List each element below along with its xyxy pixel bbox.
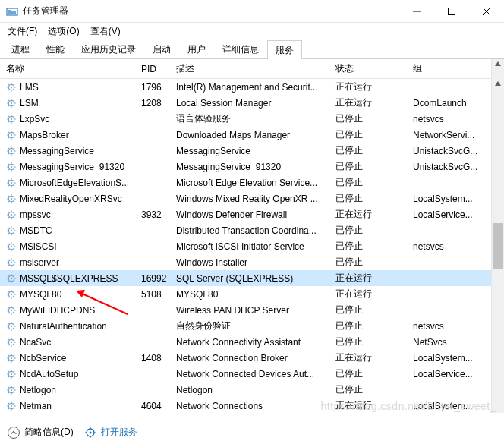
svg-point-189 <box>11 373 12 374</box>
svg-point-89 <box>11 213 12 215</box>
cell-status: 正在运行 <box>335 399 413 412</box>
svg-line-115 <box>14 248 14 249</box>
table-row[interactable]: LxpSvc语言体验服务已停止netsvcs <box>0 111 504 127</box>
cell-name: NcdAutoSetup <box>6 369 141 379</box>
cell-desc: Network Connected Devices Aut... <box>176 369 335 379</box>
table-row[interactable]: MicrosoftEdgeElevationS...Microsoft Edge… <box>0 175 504 190</box>
cell-desc: 语言体验服务 <box>176 112 335 125</box>
cell-status: 已停止 <box>335 335 413 348</box>
table-row[interactable]: NaturalAuthentication自然身份验证已停止netsvcs <box>0 318 504 334</box>
cell-pid: 1408 <box>141 353 176 364</box>
minimize-button[interactable] <box>399 0 434 23</box>
table-row[interactable]: NcaSvcNetwork Connectivity Assistant已停止N… <box>0 334 504 350</box>
svg-rect-3 <box>14 11 16 14</box>
table-row[interactable]: MSiSCSIMicrosoft iSCSI Initiator Service… <box>0 238 504 254</box>
svg-line-204 <box>8 386 9 387</box>
cell-name: msiserver <box>6 257 141 268</box>
cell-name: mpssvc <box>6 209 141 220</box>
cell-pid: 5108 <box>141 289 176 300</box>
table-row[interactable]: LSM1208Local Session Manager正在运行DcomLaun… <box>0 95 504 111</box>
brief-info-toggle[interactable]: 简略信息(D) <box>8 426 74 439</box>
table-row[interactable]: NcbService1408Network Connection Broker正… <box>0 350 504 366</box>
table-row[interactable]: mpssvc3932Windows Defender Firewall正在运行L… <box>0 206 504 222</box>
table-row[interactable]: MessagingServiceMessagingService已停止Unist… <box>0 143 504 159</box>
table-row[interactable]: MYSQL805108MYSQL80正在运行 <box>0 286 504 302</box>
svg-point-69 <box>11 181 12 183</box>
cell-status: 已停止 <box>335 383 413 396</box>
svg-line-24 <box>8 99 9 100</box>
tab-0[interactable]: 进程 <box>3 39 38 58</box>
svg-line-55 <box>14 153 14 153</box>
svg-point-139 <box>11 293 12 294</box>
cell-group: LocalSystem... <box>413 401 504 411</box>
svg-line-177 <box>8 344 9 345</box>
scrollbar-header-stub <box>491 59 504 79</box>
svg-line-217 <box>8 408 9 408</box>
svg-line-45 <box>14 137 14 137</box>
svg-line-74 <box>8 179 9 180</box>
svg-line-207 <box>8 392 9 392</box>
cell-status: 已停止 <box>335 240 413 253</box>
cell-status: 已停止 <box>335 224 413 237</box>
svg-line-136 <box>14 275 14 275</box>
svg-point-19 <box>11 102 12 103</box>
table-row[interactable]: MessagingService_91320MessagingService_9… <box>0 159 504 175</box>
svg-line-87 <box>8 200 9 201</box>
col-status[interactable]: 状态 <box>335 62 413 75</box>
table-row[interactable]: MyWiFiDHCPDNSWireless PAN DHCP Server已停止 <box>0 302 504 318</box>
svg-line-197 <box>8 376 9 376</box>
table-row[interactable]: Netman4604Network Connections正在运行LocalSy… <box>0 398 504 413</box>
svg-line-155 <box>14 312 14 313</box>
col-group[interactable]: 组 <box>413 62 504 75</box>
cell-status: 已停止 <box>335 256 413 269</box>
col-name[interactable]: 名称 <box>6 62 141 75</box>
svg-line-106 <box>14 227 14 228</box>
open-services-link[interactable]: 打开服务 <box>84 426 137 439</box>
tab-1[interactable]: 性能 <box>38 39 73 58</box>
svg-point-99 <box>11 229 12 231</box>
cell-name: MyWiFiDHCPDNS <box>6 305 141 316</box>
svg-line-67 <box>8 168 9 169</box>
cell-desc: Intel(R) Management and Securit... <box>176 82 335 93</box>
svg-line-156 <box>14 307 14 307</box>
cell-desc: Network Connection Broker <box>176 353 335 364</box>
table-row[interactable]: MixedRealityOpenXRSvcWindows Mixed Reali… <box>0 190 504 206</box>
cell-name: LSM <box>6 98 141 109</box>
cell-status: 正在运行 <box>335 96 413 109</box>
titlebar: 任务管理器 <box>0 0 504 23</box>
vertical-scrollbar[interactable] <box>491 79 504 413</box>
svg-line-95 <box>14 216 14 217</box>
svg-point-149 <box>11 309 12 310</box>
svg-line-56 <box>14 147 14 148</box>
table-row[interactable]: MapsBrokerDownloaded Maps Manager已停止Netw… <box>0 127 504 143</box>
services-list[interactable]: LMS1796Intel(R) Management and Securit..… <box>0 79 504 413</box>
svg-line-64 <box>8 163 9 164</box>
tab-2[interactable]: 应用历史记录 <box>73 39 144 58</box>
menu-file[interactable]: 文件(F) <box>3 24 42 39</box>
svg-line-17 <box>8 89 9 90</box>
col-desc[interactable]: 描述 <box>176 62 335 75</box>
cell-group: netsvcs <box>413 241 504 252</box>
table-row[interactable]: NetlogonNetlogon已停止 <box>0 382 504 398</box>
tab-6[interactable]: 服务 <box>267 40 302 59</box>
cell-name: MSSQL$SQLEXPRESS <box>6 273 141 284</box>
table-row[interactable]: msiserverWindows Installer已停止 <box>0 254 504 270</box>
tab-3[interactable]: 启动 <box>144 39 179 58</box>
menu-view[interactable]: 查看(V) <box>86 24 125 39</box>
table-row[interactable]: MSSQL$SQLEXPRESS16992SQL Server (SQLEXPR… <box>0 270 504 286</box>
close-button[interactable] <box>469 0 504 23</box>
scrollbar-thumb[interactable] <box>493 223 503 269</box>
tab-4[interactable]: 用户 <box>179 39 214 58</box>
menu-options[interactable]: 选项(O) <box>43 24 83 39</box>
tab-5[interactable]: 详细信息 <box>214 39 267 58</box>
col-pid[interactable]: PID <box>141 64 176 74</box>
table-row[interactable]: MSDTCDistributed Transaction Coordina...… <box>0 222 504 238</box>
cell-group: NetSvcs <box>413 337 504 348</box>
menubar: 文件(F) 选项(O) 查看(V) <box>0 23 504 39</box>
svg-line-184 <box>8 354 9 355</box>
cell-status: 正在运行 <box>335 351 413 364</box>
table-row[interactable]: NcdAutoSetupNetwork Connected Devices Au… <box>0 366 504 382</box>
cell-pid: 16992 <box>141 273 176 284</box>
maximize-button[interactable] <box>434 0 469 23</box>
table-row[interactable]: LMS1796Intel(R) Management and Securit..… <box>0 79 504 95</box>
